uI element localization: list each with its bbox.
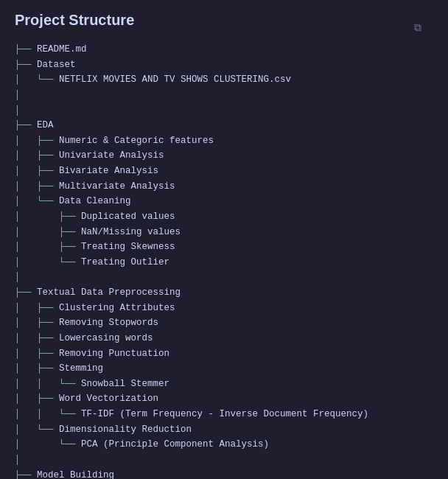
tree-entry: EDA — [37, 120, 54, 130]
tree-line: │ ├── Lowercasing words — [15, 331, 433, 346]
tree-entry: Multivariate Analysis — [59, 181, 175, 192]
tree-entry: Removing Stopwords — [59, 318, 158, 328]
tree-entry: Lowercasing words — [59, 333, 153, 343]
tree-entry: Duplicated values — [81, 211, 175, 222]
tree-entry: PCA (Principle Component Analysis) — [81, 439, 269, 450]
tree-entry: Textual Data Preprocessing — [37, 287, 181, 298]
tree-line: │ — [15, 270, 433, 285]
tree-entry: Stemming — [59, 363, 103, 374]
tree-entry: Removing Punctuation — [59, 349, 169, 359]
tree-line: │ ├── Numeric & Categoric features — [15, 133, 433, 149]
tree-entry: NaN/Missing values — [81, 227, 181, 237]
tree-entry: Snowball Stemmer — [81, 379, 169, 389]
tree-line: │ ├── NaN/Missing values — [15, 225, 433, 240]
tree-line: │ │ └── TF-IDF (Term Frequency - Inverse… — [15, 407, 433, 422]
tree-entry: Dataset — [37, 60, 76, 70]
copy-icon[interactable]: ⧉ — [414, 22, 421, 34]
tree-entry: Dimensionality Reduction — [59, 424, 192, 435]
tree-container: ├── README.md├── Dataset│ └── NETFLIX MO… — [15, 42, 433, 479]
tree-line: │ ├── Bivariate Analysis — [15, 164, 433, 179]
tree-line: │ — [15, 103, 433, 119]
tree-entry: README.md — [37, 44, 87, 55]
tree-line: │ └── Data Cleaning — [15, 194, 433, 209]
tree-line: │ ├── Removing Stopwords — [15, 315, 433, 331]
tree-line: │ ├── Univariate Analysis — [15, 148, 433, 164]
tree-line: ├── Dataset — [15, 57, 433, 73]
tree-line: │ ├── Treating Skewness — [15, 240, 433, 255]
tree-line: ├── Textual Data Preprocessing — [15, 285, 433, 301]
tree-entry: Bivariate Analysis — [59, 166, 158, 176]
tree-line: │ └── PCA (Principle Component Analysis) — [15, 437, 433, 452]
page-title: Project Structure — [15, 12, 433, 29]
tree-entry: Clustering Attributes — [59, 303, 175, 313]
tree-line: │ ├── Multivariate Analysis — [15, 179, 433, 195]
tree-entry: Model Building — [37, 470, 114, 480]
tree-line: │ — [15, 452, 433, 468]
tree-line: │ ├── Stemming — [15, 361, 433, 377]
tree-line: │ └── Treating Outlier — [15, 255, 433, 270]
tree-line: │ ├── Duplicated values — [15, 209, 433, 225]
tree-line: │ │ └── Snowball Stemmer — [15, 377, 433, 392]
tree-entry: Treating Skewness — [81, 242, 175, 252]
tree-line: │ — [15, 88, 433, 103]
tree-entry: Data Cleaning — [59, 196, 131, 206]
tree-entry: TF-IDF (Term Frequency - Inverse Documen… — [81, 409, 368, 419]
tree-entry: Treating Outlier — [81, 257, 169, 268]
tree-line: │ ├── Removing Punctuation — [15, 346, 433, 362]
tree-line: ├── Model Building — [15, 468, 433, 480]
tree-line: │ ├── Clustering Attributes — [15, 301, 433, 316]
tree-entry: NETFLIX MOVIES AND TV SHOWS CLUSTERING.c… — [59, 74, 291, 85]
tree-entry: Univariate Analysis — [59, 150, 164, 161]
tree-line: ├── EDA — [15, 118, 433, 133]
tree-entry: Word Vectorization — [59, 394, 158, 404]
tree-line: │ └── NETFLIX MOVIES AND TV SHOWS CLUSTE… — [15, 72, 433, 88]
page-wrapper: Project Structure ⧉ ├── README.md├── Dat… — [15, 12, 433, 479]
tree-line: ├── README.md — [15, 42, 433, 57]
tree-line: │ └── Dimensionality Reduction — [15, 422, 433, 438]
tree-entry: Numeric & Categoric features — [59, 136, 214, 146]
tree-line: │ ├── Word Vectorization — [15, 391, 433, 407]
